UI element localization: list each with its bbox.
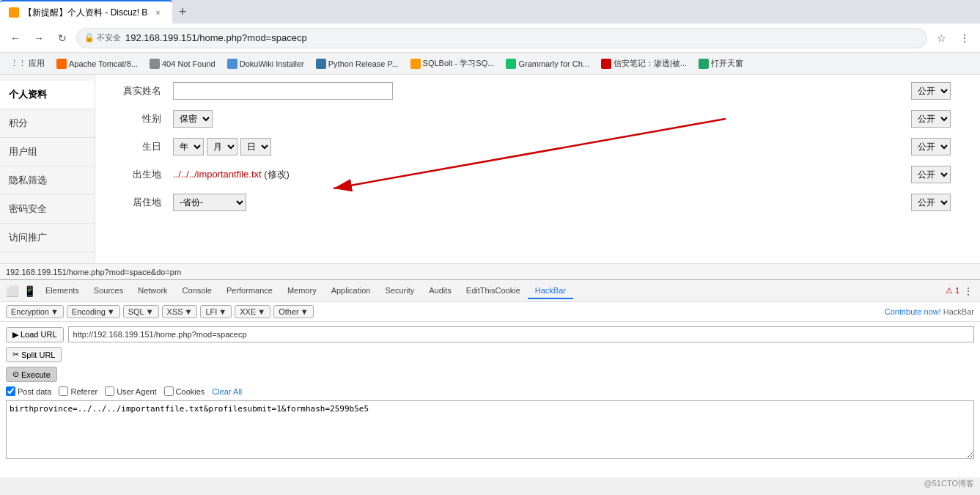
select-gender[interactable]: 保密 — [173, 110, 213, 128]
input-realname[interactable] — [173, 82, 393, 100]
hackbar-encryption-menu[interactable]: Encryption ▼ — [6, 305, 64, 318]
form-row-gender: 性别 保密 公开 — [110, 110, 965, 128]
clear-all-link[interactable]: Clear All — [212, 387, 242, 396]
sidebar-item-privacy[interactable]: 隐私筛选 — [0, 166, 95, 195]
select-day[interactable]: 日 — [240, 138, 271, 155]
hackbar-other-menu[interactable]: Other ▼ — [273, 305, 313, 318]
postdata-label: Post data — [18, 387, 51, 396]
tab-title: 【新提醒】个人资料 - Discuz! B — [23, 7, 147, 19]
postdata-checkbox[interactable] — [6, 386, 15, 396]
sidebar-item-promo[interactable]: 访问推广 — [0, 224, 95, 252]
hackbar-encoding-menu[interactable]: Encoding ▼ — [67, 305, 120, 318]
warning-count: ⚠ 1 — [946, 286, 959, 296]
referer-label: Referer — [70, 387, 97, 396]
browser-window: 【新提醒】个人资料 - Discuz! B × + ← → ↻ 🔓 不安全 19… — [0, 0, 980, 477]
sidebar-item-score[interactable]: 积分 — [0, 109, 95, 138]
label-birthplace: 出生地 — [110, 168, 161, 181]
select-month[interactable]: 月 — [207, 138, 237, 155]
select-year[interactable]: 年 — [173, 138, 204, 155]
execute-icon: ⊙ — [12, 370, 19, 379]
checkbox-useragent: User Agent — [105, 386, 156, 396]
devtools-inspect-icon[interactable]: ⬜ — [3, 282, 21, 300]
checkbox-referer: Referer — [59, 386, 97, 396]
bookmark-icon — [227, 59, 237, 69]
hackbar-main: ▶ Load URL ✂ Split URL ⊙ Execute — [0, 322, 980, 477]
bookmark-dokuwiki[interactable]: DokuWiki Installer — [223, 57, 309, 70]
select-public-residence[interactable]: 公开 — [911, 194, 951, 211]
chevron-down-icon: ▼ — [107, 307, 115, 316]
page-wrapper: 个人资料 积分 用户组 隐私筛选 密码安全 访问推广 — [0, 75, 980, 263]
hackbar-toolbar: Encryption ▼ Encoding ▼ SQL ▼ XSS ▼ LFI … — [0, 302, 980, 322]
tab-memory[interactable]: Memory — [280, 283, 324, 299]
contribute-link[interactable]: Contribute now! — [885, 307, 941, 316]
bookmark-sqlbolt[interactable]: SQLBolt - 学习SQ... — [406, 56, 499, 70]
bookmarks-apps[interactable]: ⋮⋮ 应用 — [6, 56, 49, 70]
execute-button[interactable]: ⊙ Execute — [6, 367, 57, 382]
bookmark-icon — [410, 59, 421, 69]
sidebar-item-profile[interactable]: 个人资料 — [0, 81, 95, 109]
hackbar-xxe-menu[interactable]: XXE ▼ — [235, 305, 270, 318]
tab-hackbar[interactable]: HackBar — [528, 283, 573, 299]
bookmark-grammarly[interactable]: Grammarly for Ch... — [501, 57, 594, 70]
hackbar-url-row: ▶ Load URL — [6, 326, 974, 342]
back-button[interactable]: ← — [6, 29, 25, 48]
more-button[interactable]: ⋮ — [955, 29, 974, 48]
sidebar-item-password[interactable]: 密码安全 — [0, 195, 95, 224]
checkbox-postdata: Post data — [6, 386, 51, 396]
form-row-residence: 居住地 -省份- 公开 — [110, 194, 965, 211]
bookmark-xian[interactable]: 信安笔记：渗透|被... — [597, 56, 691, 70]
checkbox-cookies: Cookies — [164, 386, 205, 396]
tab-application[interactable]: Application — [324, 283, 378, 299]
load-url-button[interactable]: ▶ Load URL — [6, 327, 64, 342]
bookmark-icon — [699, 59, 709, 69]
new-tab-button[interactable]: + — [172, 1, 193, 22]
forward-button[interactable]: → — [29, 29, 48, 48]
refresh-button[interactable]: ↻ — [53, 29, 72, 48]
devtools-panel: ⬜ 📱 Elements Sources Network Console Per… — [0, 279, 980, 477]
label-residence: 居住地 — [110, 196, 161, 209]
bookmark-icon — [506, 59, 516, 69]
path-traversal-link[interactable]: ../../../importantfile.txt — [173, 169, 262, 180]
bookmark-tomcat[interactable]: Apache Tomcat/8... — [52, 57, 142, 70]
star-button[interactable]: ☆ — [932, 29, 951, 48]
devtools-device-icon[interactable]: 📱 — [21, 282, 38, 300]
bookmark-python[interactable]: Python Release P... — [312, 57, 403, 70]
bookmark-sky[interactable]: 打开天窗 — [694, 56, 748, 70]
referer-checkbox[interactable] — [59, 386, 68, 396]
select-province[interactable]: -省份- — [173, 194, 246, 211]
sidebar: 个人资料 积分 用户组 隐私筛选 密码安全 访问推广 — [0, 75, 95, 263]
tab-audits[interactable]: Audits — [421, 283, 459, 299]
tab-close-button[interactable]: × — [152, 7, 163, 18]
select-public-realname[interactable]: 公开 — [911, 82, 951, 100]
tab-editthiscookie[interactable]: EditThisCookie — [459, 283, 528, 299]
tab-bar: 【新提醒】个人资料 - Discuz! B × + — [0, 0, 980, 23]
useragent-checkbox[interactable] — [105, 386, 114, 396]
tab-performance[interactable]: Performance — [219, 283, 280, 299]
hackbar-sql-menu[interactable]: SQL ▼ — [123, 305, 159, 318]
cookies-checkbox[interactable] — [164, 386, 174, 396]
bookmarks-bar: ⋮⋮ 应用 Apache Tomcat/8... 404 Not Found D… — [0, 53, 980, 75]
select-public-gender[interactable]: 公开 — [911, 110, 951, 128]
bookmark-404[interactable]: 404 Not Found — [145, 57, 220, 70]
split-url-button[interactable]: ✂ Split URL — [6, 347, 62, 362]
tab-elements[interactable]: Elements — [38, 283, 86, 299]
tab-sources[interactable]: Sources — [86, 283, 130, 299]
tab-console[interactable]: Console — [175, 283, 219, 299]
active-tab[interactable]: 【新提醒】个人资料 - Discuz! B × — [0, 0, 172, 23]
url-bar[interactable]: 🔓 不安全 192.168.199.151/home.php?mod=space… — [76, 28, 927, 48]
tab-security[interactable]: Security — [377, 283, 421, 299]
secure-label: 🔓 不安全 — [84, 32, 121, 43]
label-realname: 真实姓名 — [110, 84, 161, 98]
tab-network[interactable]: Network — [130, 283, 174, 299]
url-input[interactable] — [68, 326, 974, 342]
hackbar-xss-menu[interactable]: XSS ▼ — [162, 305, 198, 318]
devtools-more-icon[interactable]: ⋮ — [959, 282, 977, 300]
sidebar-item-usergroup[interactable]: 用户组 — [0, 138, 95, 166]
cookies-label: Cookies — [176, 387, 205, 396]
chevron-down-icon: ▼ — [146, 307, 154, 316]
select-public-birthplace[interactable]: 公开 — [911, 166, 951, 183]
hackbar-lfi-menu[interactable]: LFI ▼ — [200, 305, 232, 318]
post-data-textarea[interactable]: birthprovince=../../../importantfile.txt… — [6, 400, 974, 459]
chevron-down-icon: ▼ — [257, 307, 265, 316]
select-public-birthday[interactable]: 公开 — [911, 138, 951, 155]
